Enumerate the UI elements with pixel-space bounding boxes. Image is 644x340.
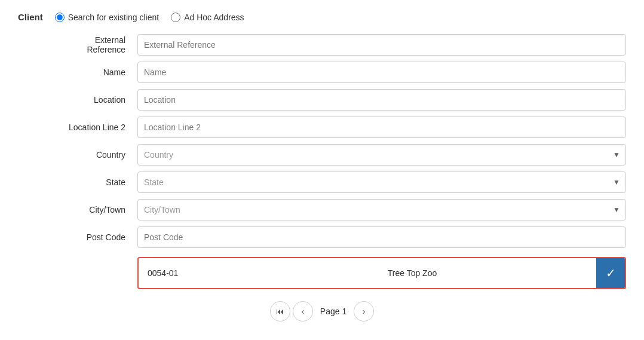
city-town-label: City/Town <box>18 205 137 215</box>
state-row: State State ▼ <box>18 171 626 193</box>
external-reference-field <box>137 34 626 56</box>
radio-ad-hoc[interactable]: Ad Hoc Address <box>171 13 244 22</box>
next-page-button[interactable]: › <box>354 301 374 321</box>
pagination: ⏮ ‹ Page 1 › <box>18 301 626 321</box>
result-select-button[interactable]: ✓ <box>596 258 625 288</box>
country-select[interactable]: Country <box>137 144 626 166</box>
post-code-row: Post Code <box>18 226 626 248</box>
name-input[interactable] <box>137 62 626 83</box>
state-select-wrapper: State ▼ <box>137 171 626 193</box>
external-reference-label: ExternalReference <box>18 35 137 54</box>
radio-search-existing-label: Search for existing client <box>68 13 160 22</box>
city-town-select[interactable]: City/Town <box>137 199 626 220</box>
result-name: Tree Top Zoo <box>237 268 587 278</box>
first-page-icon: ⏮ <box>276 307 284 316</box>
result-row-inner: 0054-01 Tree Top Zoo <box>139 261 596 285</box>
checkmark-icon: ✓ <box>606 266 616 280</box>
radio-group: Search for existing client Ad Hoc Addres… <box>55 13 244 22</box>
location-row: Location <box>18 89 626 111</box>
location-line2-input[interactable] <box>137 117 626 138</box>
post-code-label: Post Code <box>18 232 137 242</box>
city-town-select-wrapper: City/Town ▼ <box>137 199 626 220</box>
page-text: Page 1 <box>315 307 351 316</box>
location-label: Location <box>18 95 137 105</box>
country-row: Country Country ▼ <box>18 144 626 166</box>
state-select[interactable]: State <box>137 171 626 193</box>
name-row: Name <box>18 62 626 83</box>
country-label: Country <box>18 150 137 160</box>
prev-page-icon: ‹ <box>301 307 304 316</box>
client-label: Client <box>18 12 43 22</box>
external-reference-input[interactable] <box>137 34 626 56</box>
location-line2-field <box>137 117 626 138</box>
location-line2-row: Location Line 2 <box>18 117 626 138</box>
location-field <box>137 89 626 111</box>
prev-page-button[interactable]: ‹ <box>293 301 313 321</box>
first-page-button[interactable]: ⏮ <box>270 301 290 321</box>
city-town-row: City/Town City/Town ▼ <box>18 199 626 220</box>
state-field: State ▼ <box>137 171 626 193</box>
radio-ad-hoc-label: Ad Hoc Address <box>184 13 244 22</box>
next-page-icon: › <box>363 307 366 316</box>
country-select-wrapper: Country ▼ <box>137 144 626 166</box>
page-container: Client Search for existing client Ad Hoc… <box>0 0 644 340</box>
radio-search-existing[interactable]: Search for existing client <box>55 13 160 22</box>
result-row: 0054-01 Tree Top Zoo ✓ <box>137 257 626 289</box>
country-field: Country ▼ <box>137 144 626 166</box>
state-label: State <box>18 177 137 187</box>
location-input[interactable] <box>137 89 626 111</box>
post-code-field <box>137 226 626 248</box>
external-reference-row: ExternalReference <box>18 34 626 56</box>
name-field <box>137 62 626 83</box>
city-town-field: City/Town ▼ <box>137 199 626 220</box>
result-id: 0054-01 <box>148 268 237 278</box>
radio-search-existing-input[interactable] <box>55 13 65 22</box>
radio-ad-hoc-input[interactable] <box>171 13 180 22</box>
post-code-input[interactable] <box>137 226 626 248</box>
name-label: Name <box>18 68 137 77</box>
client-row: Client Search for existing client Ad Hoc… <box>18 12 626 22</box>
location-line2-label: Location Line 2 <box>18 122 137 132</box>
form-container: ExternalReference Name Location Location… <box>18 34 626 248</box>
